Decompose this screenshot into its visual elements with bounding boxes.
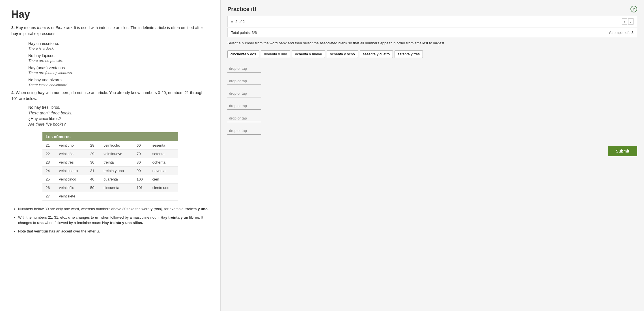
translation-text: There isn't a chalkboard. bbox=[28, 83, 209, 87]
table-header: Los números bbox=[42, 132, 178, 141]
drop-zone-box-1[interactable]: drop or tap bbox=[227, 65, 261, 73]
next-button[interactable]: › bbox=[628, 18, 634, 25]
table-row: 24veinticuatro 31treinta y uno 90noventa bbox=[42, 167, 178, 175]
pagination-icon: ≡ bbox=[231, 19, 233, 24]
word-chip-cincuenta-y-dos[interactable]: cincuenta y dos bbox=[227, 50, 259, 58]
submit-button[interactable]: Submit bbox=[608, 146, 637, 156]
table-row: 23veintitrés 30treinta 80ochenta bbox=[42, 158, 178, 167]
drop-zone-box-5[interactable]: drop or tap bbox=[227, 114, 261, 122]
translation-hay-cinco: Are there five books? bbox=[28, 122, 209, 127]
bullet-section: Numbers below 30 are only one word, wher… bbox=[11, 206, 209, 234]
drop-zone-box-3[interactable]: drop or tap bbox=[227, 90, 261, 97]
example-hay-un-escritorio: Hay un escritorio. There is a desk. bbox=[28, 41, 209, 51]
spanish-text: No hay lápices. bbox=[28, 53, 209, 58]
translation-text: There are no pencils. bbox=[28, 58, 209, 63]
spanish-text: No hay una pizarra. bbox=[28, 78, 209, 82]
spanish-text: Hay un escritorio. bbox=[28, 41, 209, 46]
translation-no-hay-tres: There aren't three books. bbox=[28, 111, 209, 115]
example-no-hay-pizarra: No hay una pizarra. There isn't a chalkb… bbox=[28, 78, 209, 87]
example-no-hay-tres: No hay tres libros. bbox=[28, 105, 209, 110]
drop-zone-5[interactable]: drop or tap bbox=[227, 114, 637, 122]
drop-zone-3[interactable]: drop or tap bbox=[227, 90, 637, 97]
help-icon[interactable]: ? bbox=[630, 6, 637, 12]
spanish-text: Hay (unas) ventanas. bbox=[28, 66, 209, 70]
word-chip-ochenta-y-ocho[interactable]: ochenta y ocho bbox=[327, 50, 358, 58]
translation-text: There are (some) windows. bbox=[28, 71, 209, 75]
example-hay-ventanas: Hay (unas) ventanas. There are (some) wi… bbox=[28, 66, 209, 75]
word-chip-sesenta-y-cuatro[interactable]: sesenta y cuatro bbox=[360, 50, 393, 58]
drop-zone-4[interactable]: drop or tap bbox=[227, 102, 637, 110]
drop-zone-1[interactable]: drop or tap bbox=[227, 65, 637, 73]
section4-intro: 4. When using hay with numbers, do not u… bbox=[11, 90, 209, 102]
table-row: 25veinticinco 40cuarenta 100cien bbox=[42, 175, 178, 184]
practice-title: Practice it! bbox=[227, 6, 256, 12]
total-points: Total points: 3/6 bbox=[231, 31, 257, 35]
drop-zone-6[interactable]: drop or tap bbox=[227, 127, 637, 135]
drop-zone-box-6[interactable]: drop or tap bbox=[227, 127, 261, 135]
instruction-text: Select a number from the word bank and t… bbox=[227, 41, 637, 46]
example-no-hay-lapices: No hay lápices. There are no pencils. bbox=[28, 53, 209, 63]
drop-zone-box-2[interactable]: drop or tap bbox=[227, 77, 261, 85]
pagination-arrows: ‹ › bbox=[622, 18, 634, 25]
word-chip-ochenta-y-nueve[interactable]: ochenta y nueve bbox=[292, 50, 325, 58]
practice-header: Practice it! ? bbox=[227, 6, 637, 12]
word-bank: cincuenta y dos noventa y uno ochenta y … bbox=[227, 50, 637, 58]
numbers-table: Los números 21veintiuno 28veintiocho 60s… bbox=[42, 132, 178, 201]
drop-zone-container: drop or tap drop or tap drop or tap drop… bbox=[227, 65, 637, 135]
right-panel: Practice it! ? ≡ 2 of 2 ‹ › Total points… bbox=[221, 0, 644, 311]
pagination-count: 2 of 2 bbox=[236, 19, 245, 24]
bullet-item: With the numbers 21, 31, etc., uno chang… bbox=[18, 215, 209, 226]
bullet-item: Numbers below 30 are only one word, wher… bbox=[18, 206, 209, 212]
word-chip-setenta-y-tres[interactable]: setenta y tres bbox=[395, 50, 423, 58]
drop-zone-2[interactable]: drop or tap bbox=[227, 77, 637, 85]
table-row: 21veintiuno 28veintiocho 60sesenta bbox=[42, 141, 178, 150]
prev-button[interactable]: ‹ bbox=[622, 18, 627, 25]
points-bar: Total points: 3/6 Attempts left: 3 bbox=[227, 28, 637, 37]
numbers-examples: No hay tres libros. There aren't three b… bbox=[28, 105, 209, 127]
attempts-left: Attempts left: 3 bbox=[609, 31, 634, 35]
section3-intro: 3. Hay means there is or there are. It i… bbox=[11, 25, 209, 37]
left-panel: Hay 3. Hay means there is or there are. … bbox=[0, 0, 221, 311]
pagination-bar: ≡ 2 of 2 ‹ › bbox=[227, 16, 637, 27]
table-row: 26veintiséis 50cincuenta 101ciento uno bbox=[42, 184, 178, 192]
bullet-item: Note that veintiún has an accent over th… bbox=[18, 229, 209, 234]
drop-zone-box-4[interactable]: drop or tap bbox=[227, 102, 261, 110]
table-row: 22veintidós 29veintinueve 70setenta bbox=[42, 150, 178, 158]
table-row: 27veintisiete bbox=[42, 192, 178, 201]
translation-text: There is a desk. bbox=[28, 46, 209, 51]
example-hay-cinco: ¿Hay cinco libros? bbox=[28, 116, 209, 121]
page-title: Hay bbox=[11, 8, 209, 20]
word-chip-noventa-y-uno[interactable]: noventa y uno bbox=[261, 50, 290, 58]
